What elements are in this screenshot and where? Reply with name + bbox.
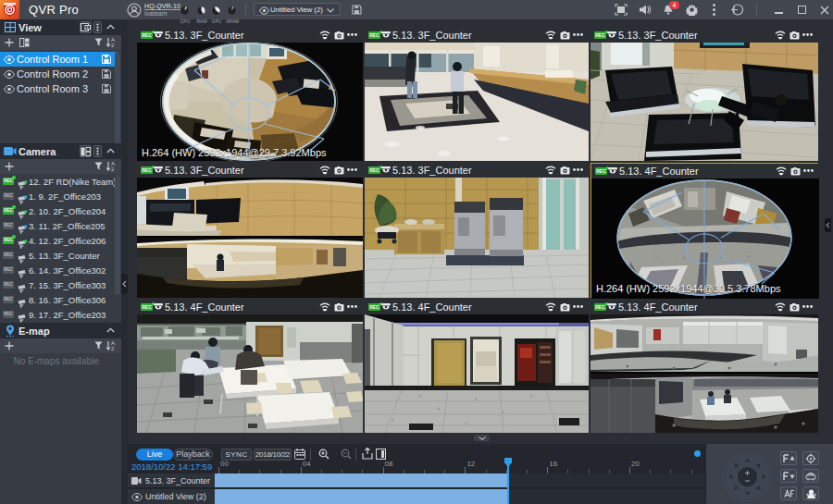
svg-text:2: 2: [111, 166, 115, 172]
svg-text:2: 2: [111, 346, 115, 351]
svg-text:2: 2: [111, 43, 115, 48]
